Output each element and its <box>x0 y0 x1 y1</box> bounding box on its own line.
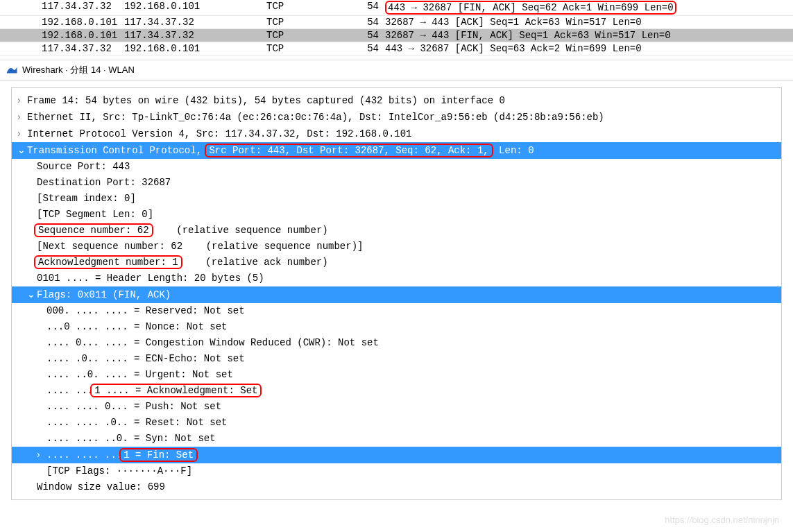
packet-details-pane[interactable]: ›Frame 14: 54 bytes on wire (432 bits), … <box>11 87 782 500</box>
col-source: 192.168.0.101 <box>0 17 121 28</box>
packet-row[interactable]: 117.34.37.32 192.168.0.101 TCP 54 443 → … <box>0 0 793 16</box>
window-titlebar: Wireshark · 分组 14 · WLAN <box>0 60 793 80</box>
tree-item-flag-fin[interactable]: ›.... .... ...1 = Fin: Set <box>12 447 781 463</box>
tcp-suffix: Len: 0 <box>493 145 534 156</box>
flags-summary: Flags: 0x011 (FIN, ACK) <box>37 289 171 300</box>
col-protocol: TCP <box>264 17 354 28</box>
highlighted-tcp-ports: Src Port: 443, Dst Port: 32687, Seq: 62,… <box>205 144 493 157</box>
tree-item-flag-reset[interactable]: .... .... .0.. = Reset: Not set <box>12 415 781 431</box>
highlighted-seq: Sequence number: 62 <box>34 223 153 237</box>
tree-item-frame[interactable]: ›Frame 14: 54 bytes on wire (432 bits), … <box>12 92 781 109</box>
tree-item-flag-syn[interactable]: .... .... ..0. = Syn: Not set <box>12 431 781 447</box>
tree-item-src-port[interactable]: Source Port: 443 <box>12 159 781 175</box>
col-length: 54 <box>354 17 382 28</box>
col-protocol: TCP <box>264 30 354 41</box>
col-protocol: TCP <box>264 43 354 54</box>
tree-item-ip[interactable]: ›Internet Protocol Version 4, Src: 117.3… <box>12 126 781 142</box>
chevron-right-icon[interactable]: › <box>17 92 27 108</box>
tree-item-flag-push[interactable]: .... .... 0... = Push: Not set <box>12 399 781 415</box>
tree-item-tcp[interactable]: ⌄Transmission Control Protocol, Src Port… <box>12 142 781 159</box>
col-info: 32687 → 443 [FIN, ACK] Seq=1 Ack=63 Win=… <box>382 30 793 41</box>
col-source: 117.34.37.32 <box>0 43 121 54</box>
ethernet-summary: Ethernet II, Src: Tp-LinkT_0c:76:4a (ec:… <box>27 112 604 123</box>
col-protocol: TCP <box>264 1 354 15</box>
chevron-right-icon[interactable]: › <box>37 447 46 463</box>
ip-summary: Internet Protocol Version 4, Src: 117.34… <box>27 128 412 139</box>
col-length: 54 <box>354 43 382 54</box>
tree-item-tcp-flags-string[interactable]: [TCP Flags: ·······A···F] <box>12 463 781 479</box>
tree-item-ethernet[interactable]: ›Ethernet II, Src: Tp-LinkT_0c:76:4a (ec… <box>12 109 781 126</box>
col-info: 443 → 32687 [FIN, ACK] Seq=62 Ack=1 Win=… <box>382 1 793 15</box>
tree-item-seq-number[interactable]: Sequence number: 62 (relative sequence n… <box>12 223 781 239</box>
tree-item-header-length[interactable]: 0101 .... = Header Length: 20 bytes (5) <box>12 271 781 286</box>
tcp-prefix: Transmission Control Protocol, <box>27 145 207 156</box>
packet-row[interactable]: 192.168.0.101 117.34.37.32 TCP 54 32687 … <box>0 29 793 42</box>
tree-item-flag-reserved[interactable]: 000. .... .... = Reserved: Not set <box>12 303 781 319</box>
highlighted-fin-flag: 1 = Fin: Set <box>119 448 198 462</box>
tree-item-ack-number[interactable]: Acknowledgment number: 1 (relative ack n… <box>12 255 781 271</box>
chevron-down-icon[interactable]: ⌄ <box>17 142 27 158</box>
wireshark-icon <box>6 64 18 76</box>
frame-summary: Frame 14: 54 bytes on wire (432 bits), 5… <box>27 95 505 106</box>
col-source: 117.34.37.32 <box>0 1 121 15</box>
col-source: 192.168.0.101 <box>0 30 121 41</box>
tree-item-window-size[interactable]: Window size value: 699 <box>12 479 781 495</box>
tree-item-dst-port[interactable]: Destination Port: 32687 <box>12 175 781 191</box>
col-length: 54 <box>354 1 382 15</box>
col-length: 54 <box>354 30 382 41</box>
packet-row[interactable]: 117.34.37.32 192.168.0.101 TCP 54 443 → … <box>0 42 793 55</box>
col-destination: 192.168.0.101 <box>121 43 264 54</box>
tree-item-next-seq[interactable]: [Next sequence number: 62 (relative sequ… <box>12 239 781 255</box>
highlighted-info: 443 → 32687 [FIN, ACK] Seq=62 Ack=1 Win=… <box>385 1 676 15</box>
col-info: 32687 → 443 [ACK] Seq=1 Ack=63 Win=517 L… <box>382 17 793 28</box>
tree-item-segment-len[interactable]: [TCP Segment Len: 0] <box>12 207 781 223</box>
col-destination: 117.34.37.32 <box>121 17 264 28</box>
chevron-right-icon[interactable]: › <box>17 109 27 125</box>
chevron-right-icon[interactable]: › <box>17 126 27 141</box>
chevron-down-icon[interactable]: ⌄ <box>27 286 37 302</box>
packet-list[interactable]: 117.34.37.32 192.168.0.101 TCP 54 443 → … <box>0 0 793 55</box>
highlighted-ack: Acknowledgment number: 1 <box>34 255 182 269</box>
tree-item-flag-urgent[interactable]: .... ..0. .... = Urgent: Not set <box>12 367 781 383</box>
col-info: 443 → 32687 [ACK] Seq=63 Ack=2 Win=699 L… <box>382 43 793 54</box>
packet-row[interactable]: 192.168.0.101 117.34.37.32 TCP 54 32687 … <box>0 16 793 29</box>
highlighted-ack-flag: 1 .... = Acknowledgment: Set <box>90 384 262 397</box>
tree-item-flag-nonce[interactable]: ...0 .... .... = Nonce: Not set <box>12 319 781 335</box>
col-destination: 192.168.0.101 <box>121 1 264 15</box>
tree-item-flag-ack[interactable]: .... ...1 .... = Acknowledgment: Set <box>12 383 781 399</box>
tree-item-flag-ecn[interactable]: .... .0.. .... = ECN-Echo: Not set <box>12 351 781 367</box>
tree-item-stream-index[interactable]: [Stream index: 0] <box>12 191 781 207</box>
window-title: Wireshark · 分组 14 · WLAN <box>22 64 135 76</box>
col-destination: 117.34.37.32 <box>121 30 264 41</box>
tree-item-flag-cwr[interactable]: .... 0... .... = Congestion Window Reduc… <box>12 335 781 351</box>
tree-item-flags[interactable]: ⌄Flags: 0x011 (FIN, ACK) <box>12 286 781 303</box>
